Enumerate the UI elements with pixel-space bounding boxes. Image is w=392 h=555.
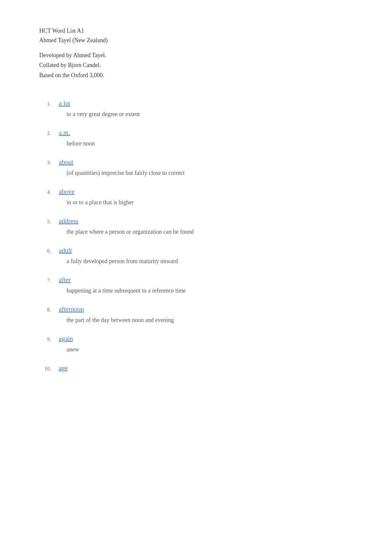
word-row: 8.afternoon (39, 306, 353, 313)
list-item: 1.a lotto a very great degree or extent (39, 100, 353, 119)
word-row: 10.age (39, 364, 353, 372)
list-item: 8.afternoonthe part of the day between n… (39, 306, 353, 325)
word-definition: the place where a person or organization… (39, 227, 353, 236)
list-item: 4.abovein or to a place that is higher (39, 188, 353, 207)
word-definition: anew (39, 345, 353, 354)
word-row: 1.a lot (39, 100, 353, 107)
title-line1: HCT Word List A1 (39, 26, 353, 36)
word-definition: happening at a time subsequent to a refe… (39, 286, 353, 295)
word-link[interactable]: about (59, 159, 73, 166)
credit-line1: Developed by Ahmed Tayel. (39, 50, 353, 60)
title-line2: Ahmed Tayel (New Zealand) (39, 36, 353, 45)
word-number: 8. (39, 307, 59, 313)
list-item: 2.a.m.before noon (39, 129, 353, 148)
header-section: HCT Word List A1 Ahmed Tayel (New Zealan… (39, 26, 353, 80)
word-number: 4. (39, 189, 59, 195)
word-definition: a fully developed person from maturity o… (39, 257, 353, 266)
list-item: 5.addressthe place where a person or org… (39, 217, 353, 236)
word-link[interactable]: a lot (59, 100, 70, 107)
word-definition: the part of the day between noon and eve… (39, 316, 353, 325)
list-item: 3.about(of quantities) imprecise but fai… (39, 159, 353, 177)
word-link[interactable]: address (59, 217, 78, 225)
word-row: 4.above (39, 188, 353, 195)
word-number: 9. (39, 336, 59, 342)
word-number: 3. (39, 160, 59, 166)
credit-line3: Based on the Oxford 3,000. (39, 70, 353, 80)
word-row: 5.address (39, 217, 353, 225)
word-link[interactable]: a.m. (59, 129, 70, 137)
word-row: 6.adult (39, 247, 353, 254)
word-row: 2.a.m. (39, 129, 353, 137)
word-link[interactable]: after (59, 276, 71, 284)
word-definition: (of quantities) imprecise but fairly clo… (39, 169, 353, 177)
word-number: 6. (39, 248, 59, 254)
word-definition: to a very great degree or extent (39, 110, 353, 119)
word-row: 9.again (39, 335, 353, 343)
word-list: 1.a lotto a very great degree or extent2… (39, 100, 353, 375)
word-link[interactable]: again (59, 335, 73, 343)
list-item: 10.age (39, 364, 353, 375)
word-link[interactable]: age (59, 364, 68, 372)
word-number: 5. (39, 219, 59, 225)
word-row: 3.about (39, 159, 353, 166)
list-item: 6.adulta fully developed person from mat… (39, 247, 353, 266)
word-number: 10. (39, 366, 59, 372)
word-row: 7.after (39, 276, 353, 284)
word-number: 1. (39, 101, 59, 107)
word-definition: in or to a place that is higher (39, 198, 353, 207)
list-item: 9.againanew (39, 335, 353, 354)
word-link[interactable]: adult (59, 247, 72, 254)
word-definition: before noon (39, 139, 353, 148)
credit-line2: Collated by Bjorn Candel. (39, 60, 353, 70)
list-item: 7.afterhappening at a time subsequent to… (39, 276, 353, 295)
word-link[interactable]: above (59, 188, 74, 195)
word-number: 7. (39, 278, 59, 283)
word-link[interactable]: afternoon (59, 306, 84, 313)
word-number: 2. (39, 130, 59, 136)
